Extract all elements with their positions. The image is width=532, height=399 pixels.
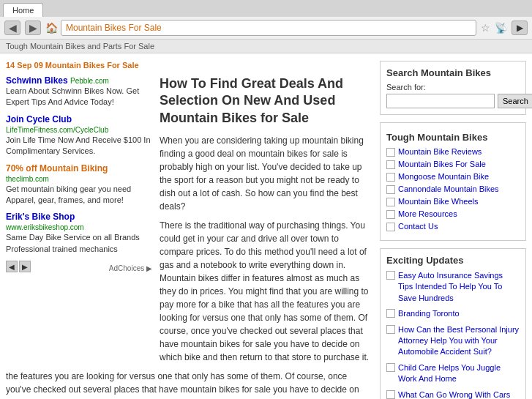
ad-prev-button[interactable]: ◀ — [6, 261, 18, 272]
forward-button[interactable]: ▶ — [25, 20, 41, 35]
ad-desc-biking: Get mountain biking gear you need Appare… — [6, 184, 152, 206]
exciting-title: Exciting Updates — [386, 255, 520, 266]
article-column: How To Find Great Deals And Selection On… — [160, 75, 372, 370]
checkbox-icon — [386, 325, 395, 334]
ad-link-erik[interactable]: Erik's Bike Shop — [6, 212, 75, 222]
list-item: How Can the Best Personal Injury Attorne… — [386, 324, 520, 358]
browser-tab[interactable]: Home — [3, 3, 43, 17]
ad-nav: ◀ ▶ — [6, 261, 31, 272]
ad-domain-schwinn: Pebble.com — [70, 77, 109, 85]
back-button[interactable]: ◀ — [4, 20, 20, 35]
ad-desc-schwinn: Learn About Schwinn Bikes Now. Get Exper… — [6, 86, 152, 108]
checkbox-icon — [386, 160, 395, 169]
date-text: 14 Sep 09 — [6, 61, 43, 70]
exciting-updates-box: Exciting Updates Easy Auto Insurance Sav… — [380, 248, 526, 399]
article-para1: There is the traditional way of purchasi… — [160, 219, 372, 364]
ad-item: 70% off Mountain Biking theclimb.com Get… — [6, 163, 152, 206]
list-item: Mountain Bike Reviews — [386, 147, 520, 157]
checkbox-icon — [386, 309, 395, 318]
tough-bikes-box: Tough Mountain Bikes Mountain Bike Revie… — [380, 122, 526, 241]
exciting-link-1[interactable]: Branding Toronto — [398, 308, 460, 319]
tough-bikes-title: Tough Mountain Bikes — [386, 132, 520, 143]
list-item: More Resources — [386, 209, 520, 219]
checkbox-icon — [386, 210, 395, 219]
ad-link-schwinn[interactable]: Schwinn Bikes — [6, 75, 68, 86]
ad-next-button[interactable]: ▶ — [19, 261, 31, 272]
sidebar: Search Mountain Bikes Search for: Search… — [380, 61, 526, 399]
top-row: Schwinn Bikes Pebble.com Learn About Sch… — [6, 75, 372, 370]
list-item: Mountain Bike Wheels — [386, 197, 520, 206]
ads-section: Schwinn Bikes Pebble.com Learn About Sch… — [6, 75, 152, 275]
list-item: Contact Us — [386, 222, 520, 231]
sidebar-link-contact[interactable]: Contact Us — [398, 222, 438, 231]
ad-domain-cycle: LifeTimeFitness.com/CycleClub — [6, 126, 108, 134]
list-item: Branding Toronto — [386, 308, 520, 319]
article-para-long: the features you are looking for versus … — [6, 370, 372, 399]
search-row: Search — [386, 94, 520, 108]
breadcrumb: Tough Mountain Bikes and Parts For Sale — [0, 40, 532, 53]
checkbox-icon — [386, 390, 395, 399]
sidebar-link-mongoose[interactable]: Mongoose Mountain Bike — [398, 172, 489, 181]
main-content: 14 Sep 09 Mountain Bikes For Sale Schwin… — [6, 61, 372, 399]
ad-choices: AdChoices ▶ — [109, 264, 152, 272]
article-heading: How To Find Great Deals And Selection On… — [160, 75, 372, 127]
exciting-link-2[interactable]: How Can the Best Personal Injury Attorne… — [398, 324, 520, 358]
search-box: Search Mountain Bikes Search for: Search — [380, 61, 526, 115]
ad-desc-erik: Same Day Bike Service on all Brands Prof… — [6, 232, 152, 255]
checkbox-icon — [386, 173, 395, 182]
list-item: Child Care Helps You Juggle Work And Hom… — [386, 362, 520, 385]
checkbox-icon — [386, 271, 395, 280]
sidebar-link-reviews[interactable]: Mountain Bike Reviews — [398, 147, 482, 156]
checkbox-icon — [386, 198, 395, 206]
search-title: Search Mountain Bikes — [386, 67, 520, 78]
page-title-inline: Mountain Bikes For Sale — [45, 61, 139, 70]
rss-icon[interactable]: 📡 — [495, 22, 507, 34]
list-item: What Can Go Wrong With Cars — [386, 389, 520, 399]
exciting-link-4[interactable]: What Can Go Wrong With Cars — [398, 389, 510, 399]
ad-domain-erik: www.eriksbikeshop.com — [6, 223, 84, 231]
ad-domain-biking: theclimb.com — [6, 175, 49, 183]
sidebar-link-forsale[interactable]: Mountain Bikes For Sale — [398, 160, 486, 168]
ads-column: Schwinn Bikes Pebble.com Learn About Sch… — [6, 75, 152, 370]
search-label: Search for: — [386, 83, 520, 92]
exciting-link-3[interactable]: Child Care Helps You Juggle Work And Hom… — [398, 362, 520, 385]
list-item: Mongoose Mountain Bike — [386, 172, 520, 182]
date-line: 14 Sep 09 Mountain Bikes For Sale — [6, 61, 372, 70]
checkbox-icon — [386, 185, 395, 194]
list-item: Mountain Bikes For Sale — [386, 160, 520, 169]
ad-link-cycle[interactable]: Join Cycle Club — [6, 114, 72, 124]
checkbox-icon — [386, 363, 395, 372]
article-intro: When you are considering taking up mount… — [160, 134, 372, 213]
go-button[interactable]: ▶ — [512, 20, 528, 35]
sidebar-link-wheels[interactable]: Mountain Bike Wheels — [398, 197, 478, 206]
search-input[interactable] — [386, 94, 495, 108]
sidebar-link-cannondale[interactable]: Cannondale Mountain Bikes — [398, 184, 499, 193]
checkbox-icon — [386, 148, 395, 157]
ad-item: Schwinn Bikes Pebble.com Learn About Sch… — [6, 75, 152, 108]
search-button[interactable]: Search — [498, 94, 532, 108]
ad-link-biking[interactable]: 70% off Mountain Biking — [6, 163, 108, 174]
home-icon[interactable]: 🏠 — [45, 22, 58, 34]
list-item: Easy Auto Insurance Savings Tips Intende… — [386, 270, 520, 304]
favorites-icon[interactable]: ☆ — [481, 22, 490, 34]
ad-item: Erik's Bike Shop www.eriksbikeshop.com S… — [6, 212, 152, 255]
address-bar[interactable] — [61, 20, 476, 36]
exciting-link-0[interactable]: Easy Auto Insurance Savings Tips Intende… — [398, 270, 520, 304]
ad-item: Join Cycle Club LifeTimeFitness.com/Cycl… — [6, 114, 152, 157]
list-item: Cannondale Mountain Bikes — [386, 184, 520, 194]
sidebar-link-resources[interactable]: More Resources — [398, 209, 457, 218]
checkbox-icon — [386, 223, 395, 231]
ad-desc-cycle: Join Life Time Now And Receive $100 In C… — [6, 135, 152, 157]
